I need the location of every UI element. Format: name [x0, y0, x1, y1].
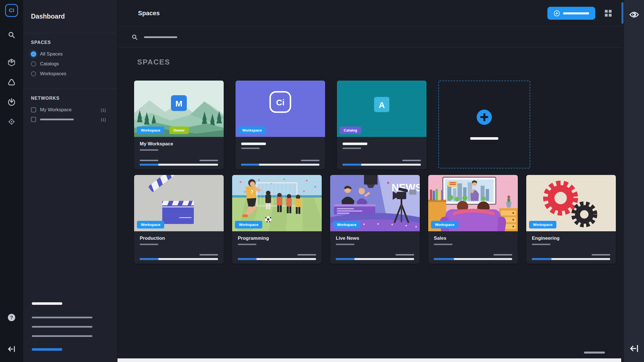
- redacted-network-name: [40, 119, 74, 120]
- card-stats: [140, 160, 218, 166]
- card-art-watching-tv: Workspace: [428, 175, 518, 231]
- grid-view-icon[interactable]: [605, 10, 612, 17]
- card-stats: [343, 160, 421, 166]
- networks-label: NETWORKS: [31, 96, 106, 101]
- plus-icon: [477, 110, 492, 125]
- card-stats: [238, 254, 316, 260]
- network-item-redacted[interactable]: (1): [31, 117, 106, 122]
- scrollbar-thumb[interactable]: [621, 2, 623, 24]
- main-title: Spaces: [138, 10, 160, 17]
- space-card-redacted-2[interactable]: A Catalog: [337, 81, 427, 169]
- spaces-filter-section: SPACES All Spaces Catalogs Workspaces: [23, 33, 117, 89]
- space-card-production[interactable]: Workspace Production: [134, 175, 224, 264]
- redacted-meta-bar: [396, 254, 414, 256]
- redacted-link-bar[interactable]: [32, 348, 62, 351]
- workspace-badge: Workspace: [431, 221, 458, 228]
- redacted-meta-bar: [592, 254, 610, 256]
- redacted-meta-bar: [140, 160, 158, 161]
- redacted-text-line: [32, 317, 92, 318]
- radio-catalogs[interactable]: Catalogs: [31, 61, 106, 67]
- svg-text:?: ?: [10, 315, 13, 320]
- redacted-meta-bar: [297, 254, 316, 256]
- main-area: Spaces SPACES: [117, 0, 621, 362]
- space-card-sales[interactable]: Workspace Sales: [428, 175, 518, 264]
- app-logo[interactable]: Ci: [5, 4, 18, 17]
- redacted-subtitle-bar: [140, 244, 158, 245]
- power-download-icon[interactable]: [6, 96, 17, 108]
- target-diamond-icon[interactable]: [6, 116, 17, 127]
- storage-progress-bar: [336, 258, 414, 260]
- card-art-letter-a: A Catalog: [337, 81, 427, 137]
- space-card-programming[interactable]: 7: [232, 175, 322, 264]
- radio-all-spaces[interactable]: All Spaces: [31, 51, 106, 57]
- redacted-meta-bar: [199, 254, 218, 256]
- space-card-live-news[interactable]: NEWS: [330, 175, 420, 264]
- checkbox-icon[interactable]: [31, 107, 36, 112]
- create-space-button[interactable]: [547, 7, 595, 20]
- app-window: Ci ? Dashboard SP: [0, 0, 644, 362]
- workspace-badge: Workspace: [529, 221, 556, 228]
- plus-circle-icon: [554, 10, 560, 16]
- card-art-ci-logo: Ci Workspace: [236, 81, 325, 137]
- ci-logo-text: Ci: [276, 98, 285, 107]
- main-footer: [117, 347, 621, 358]
- storage-progress-bar: [140, 164, 218, 166]
- radio-icon-selected[interactable]: [31, 52, 36, 57]
- horizontal-scrollbar[interactable]: [117, 358, 621, 362]
- radio-workspaces[interactable]: Workspaces: [31, 71, 106, 77]
- redacted-heading-bar: [32, 302, 62, 305]
- redacted-subtitle-bar: [336, 244, 354, 245]
- checkbox-icon[interactable]: [31, 117, 36, 122]
- owner-badge: Owner: [169, 126, 188, 134]
- vertical-scrollbar[interactable]: [621, 0, 624, 362]
- card-title: Programming: [238, 236, 316, 241]
- search-toolbar: [117, 27, 621, 48]
- redacted-subtitle-bar: [241, 148, 260, 149]
- redacted-meta-bar: [494, 254, 512, 256]
- rounded-triangle-icon[interactable]: [6, 77, 17, 88]
- redacted-meta-bar: [199, 160, 218, 161]
- storage-progress-bar: [434, 258, 512, 260]
- search-input[interactable]: [144, 36, 177, 38]
- right-rail: [624, 0, 644, 362]
- add-space-card[interactable]: [438, 81, 530, 168]
- storage-progress-bar: [241, 164, 319, 166]
- redacted-subtitle-bar: [434, 244, 452, 245]
- package-cube-icon[interactable]: [6, 57, 17, 68]
- network-item-my-workspace[interactable]: My Workspace (1): [31, 107, 106, 113]
- workspace-badge: Workspace: [238, 126, 266, 134]
- space-card-redacted-1[interactable]: Ci Workspace: [236, 81, 325, 169]
- card-stats: [140, 254, 218, 260]
- page-title: Dashboard: [31, 13, 65, 20]
- preview-eye-icon[interactable]: [629, 9, 640, 20]
- redacted-meta-bar: [402, 160, 421, 161]
- help-icon[interactable]: ?: [6, 312, 17, 323]
- card-art-mountain-landscape: M Workspace Owner: [134, 81, 224, 137]
- card-title: My Workspace: [140, 141, 218, 147]
- card-row-2: Workspace Production: [134, 175, 621, 264]
- card-art-news-studio: NEWS: [330, 175, 420, 231]
- app-logo-text: Ci: [9, 7, 14, 14]
- search-icon[interactable]: [6, 29, 17, 41]
- card-stats: [336, 254, 414, 260]
- icon-rail: Ci ?: [0, 0, 23, 362]
- collapse-left-icon[interactable]: [6, 343, 17, 355]
- storage-progress-bar: [238, 258, 316, 260]
- redacted-subtitle-bar: [343, 148, 361, 149]
- collapse-left-icon[interactable]: [629, 343, 640, 354]
- main-header: Spaces: [117, 0, 621, 27]
- card-stats: [532, 254, 610, 260]
- redacted-subtitle-bar: [140, 149, 158, 151]
- network-count: (1): [101, 108, 106, 112]
- radio-icon[interactable]: [31, 61, 36, 66]
- radio-icon[interactable]: [31, 71, 36, 76]
- space-card-my-workspace[interactable]: M Workspace Owner My Workspace: [134, 81, 224, 169]
- redacted-text-line: [32, 335, 92, 337]
- search-icon: [132, 34, 138, 40]
- storage-progress-bar: [140, 258, 218, 260]
- sidebar: Dashboard SPACES All Spaces Catalogs Wor…: [23, 0, 117, 362]
- avatar-letter: M: [176, 99, 183, 108]
- card-title: Sales: [434, 236, 512, 241]
- card-art-gears: Workspace: [526, 175, 616, 231]
- space-card-engineering[interactable]: Workspace Engineering: [526, 175, 616, 264]
